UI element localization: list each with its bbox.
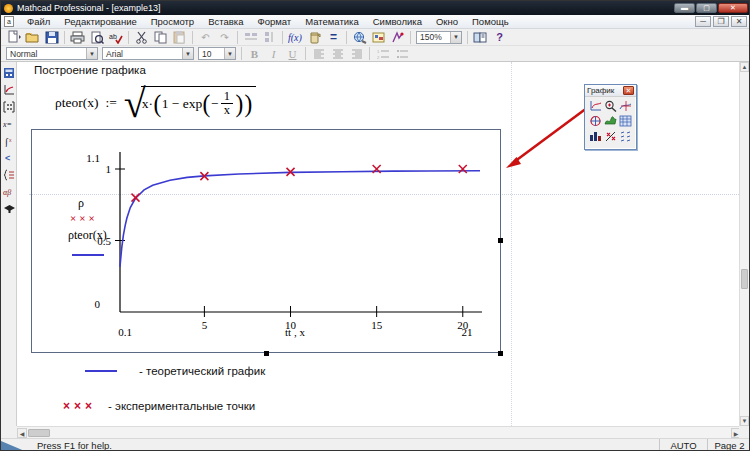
close-button[interactable]: ✕	[718, 3, 748, 13]
x-axis-label[interactable]: tt , x	[260, 326, 330, 338]
menu-item-help[interactable]: Помощь	[465, 15, 516, 29]
bar-3d-icon[interactable]	[588, 129, 602, 142]
x-upper-limit[interactable]: 21	[450, 326, 484, 338]
resize-handle-right[interactable]	[498, 238, 503, 243]
programming-icon[interactable]	[2, 168, 16, 182]
svg-text:5: 5	[202, 319, 208, 331]
bullet-list-icon[interactable]	[392, 46, 411, 61]
align-down-icon[interactable]	[260, 30, 279, 45]
trace-label-rteor[interactable]: ρteor(x)	[68, 228, 107, 243]
zoom-in-icon[interactable]	[603, 99, 617, 112]
maximize-button[interactable]: ▢	[696, 3, 717, 13]
resize-handle-bottom[interactable]	[264, 351, 269, 356]
align-across-icon[interactable]	[241, 30, 260, 45]
style-combo[interactable]: Normal▼	[6, 47, 98, 60]
chevron-down-icon[interactable]: ▼	[224, 48, 235, 59]
insert-unit-icon[interactable]	[305, 30, 324, 45]
text-region-heading[interactable]: Построение графика	[34, 64, 146, 76]
paste-icon[interactable]	[170, 30, 189, 45]
new-icon[interactable]	[4, 30, 23, 45]
window-title: Mathcad Professional - [example13]	[17, 3, 674, 13]
scroll-left-icon[interactable]: ◀	[17, 428, 27, 438]
mathconnex-icon[interactable]	[388, 30, 407, 45]
check-spelling-icon[interactable]: ab	[106, 30, 125, 45]
vertical-scroll-thumb[interactable]	[741, 269, 748, 289]
menu-item-file[interactable]: Файл	[20, 15, 57, 29]
insert-hyperlink-icon[interactable]	[350, 30, 369, 45]
menu-item-math[interactable]: Математика	[298, 15, 366, 29]
y-lower-limit[interactable]: 0	[72, 298, 100, 310]
font-size-combo[interactable]: 10▼	[198, 47, 236, 60]
bold-icon[interactable]: B	[245, 46, 264, 61]
redo-icon[interactable]: ↷	[215, 30, 234, 45]
chevron-down-icon[interactable]: ▼	[450, 32, 461, 43]
horizontal-scroll-thumb[interactable]	[28, 429, 50, 437]
zoom-combo[interactable]: 150%▼	[416, 31, 462, 44]
doc-close-button[interactable]: ✕	[731, 16, 747, 27]
xy-plot-region[interactable]: 510152010.5 1.1 0 0.1 21 tt , x ρ ××× ρt…	[31, 129, 501, 353]
fraction: 1 x	[221, 90, 233, 117]
align-right-icon[interactable]	[347, 46, 366, 61]
calculus-icon[interactable]: ∫x	[2, 134, 16, 148]
legend-row-experimental[interactable]: ××× - экспериментальные точки	[63, 399, 255, 413]
evaluation-icon[interactable]: x=	[2, 117, 16, 131]
insert-function-icon[interactable]: f(x)	[286, 30, 305, 45]
resource-center-icon[interactable]	[471, 30, 490, 45]
formula-lhs: ρteor(x)	[55, 95, 98, 111]
undo-icon[interactable]: ↶	[196, 30, 215, 45]
horizontal-scrollbar[interactable]: ◀ ▶	[17, 426, 741, 438]
calculator-icon[interactable]	[2, 66, 16, 80]
worksheet[interactable]: Построение графика ρteor(x) := √ x· ( 1 …	[17, 62, 741, 426]
close-icon[interactable]: ✕	[623, 86, 634, 95]
print-preview-icon[interactable]	[87, 30, 106, 45]
trace-label-rho[interactable]: ρ	[78, 196, 84, 211]
symbolic-icon[interactable]	[2, 202, 16, 216]
polar-plot-icon[interactable]	[588, 114, 602, 127]
menu-item-symbolics[interactable]: Символика	[366, 15, 429, 29]
numbered-list-icon[interactable]: 12	[373, 46, 392, 61]
menu-item-insert[interactable]: Вставка	[201, 15, 250, 29]
graph-palette[interactable]: График ✕	[584, 84, 637, 150]
doc-minimize-button[interactable]: ─	[695, 16, 711, 27]
menu-item-format[interactable]: Формат	[250, 15, 298, 29]
chevron-down-icon[interactable]: ▼	[86, 48, 97, 59]
insert-component-icon[interactable]	[369, 30, 388, 45]
formula-region[interactable]: ρteor(x) := √ x· ( 1 − exp ( − 1 x ) )	[55, 86, 256, 119]
greek-icon[interactable]: αβ	[2, 185, 16, 199]
vertical-scrollbar[interactable]: ▲ ▼	[739, 62, 749, 426]
underline-icon[interactable]: U	[283, 46, 302, 61]
italic-icon[interactable]: I	[264, 46, 283, 61]
contour-plot-icon[interactable]	[618, 114, 632, 127]
cut-icon[interactable]	[132, 30, 151, 45]
open-icon[interactable]	[23, 30, 42, 45]
scroll-up-icon[interactable]: ▲	[740, 62, 749, 72]
align-left-icon[interactable]	[309, 46, 328, 61]
calculate-icon[interactable]: =	[324, 30, 343, 45]
document-icon[interactable]: a	[4, 16, 14, 27]
trace-icon[interactable]	[618, 99, 632, 112]
doc-restore-button[interactable]: ❐	[713, 16, 729, 27]
font-combo[interactable]: Arial▼	[102, 47, 194, 60]
menu-item-edit[interactable]: Редактирование	[57, 15, 143, 29]
scroll-down-icon[interactable]: ▼	[740, 416, 749, 426]
copy-icon[interactable]	[151, 30, 170, 45]
vector-field-icon[interactable]	[618, 129, 632, 142]
matrix-icon[interactable]	[2, 100, 16, 114]
menu-item-view[interactable]: Просмотр	[144, 15, 201, 29]
chevron-down-icon[interactable]: ▼	[182, 48, 193, 59]
xy-plot-icon[interactable]	[588, 99, 602, 112]
surface-plot-icon[interactable]	[603, 114, 617, 127]
align-center-icon[interactable]	[328, 46, 347, 61]
menu-item-window[interactable]: Окно	[429, 15, 465, 29]
boolean-icon[interactable]: <	[2, 151, 16, 165]
help-icon[interactable]: ?	[490, 30, 509, 45]
minimize-button[interactable]: ▬	[674, 3, 695, 13]
graph-icon[interactable]	[2, 83, 16, 97]
save-icon[interactable]	[42, 30, 61, 45]
x-lower-limit[interactable]: 0.1	[108, 326, 142, 338]
print-icon[interactable]	[68, 30, 87, 45]
y-upper-limit[interactable]: 1.1	[68, 152, 100, 164]
resize-handle-corner[interactable]	[498, 351, 503, 356]
scatter-3d-icon[interactable]	[603, 129, 617, 142]
legend-row-theoretical[interactable]: - теоретический график	[85, 365, 265, 377]
